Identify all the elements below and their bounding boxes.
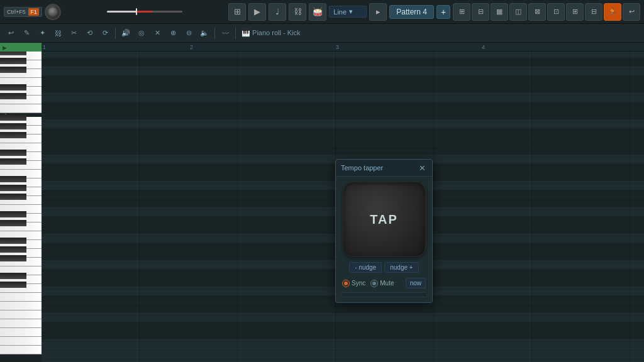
mute-label: Mute — [380, 280, 394, 287]
tool-link[interactable]: ⛓ — [51, 26, 65, 40]
mute-option[interactable]: Mute — [370, 280, 394, 287]
progress-bar — [341, 292, 427, 297]
grid-row-dark-7 — [42, 137, 644, 146]
tap-button[interactable]: TAP — [343, 182, 426, 257]
dialog-titlebar: Tempo tapper ✕ — [336, 160, 432, 177]
tempo-slider[interactable] — [107, 11, 182, 13]
key-bb5[interactable] — [0, 176, 26, 182]
rt-icon-3[interactable]: ▦ — [491, 3, 508, 21]
link-btn[interactable]: ⛓ — [289, 3, 306, 21]
key-bb6[interactable] — [0, 114, 26, 121]
grid-row-dark-2 — [42, 75, 644, 84]
now-button[interactable]: now — [406, 278, 426, 288]
piano-keys: ▶ C7 ◀ C6 — [0, 43, 42, 362]
rt-icon-1[interactable]: ⊞ — [453, 3, 470, 21]
tool-pencil[interactable]: ✎ — [19, 26, 33, 40]
note-btn[interactable]: ♩ — [269, 3, 286, 21]
piano-roll-icon-btn[interactable]: ⊞ — [228, 3, 246, 21]
rt-icon-2[interactable]: ⊟ — [472, 3, 489, 21]
key-d3[interactable] — [0, 346, 42, 354]
rt-icon-4[interactable]: ◫ — [509, 3, 527, 21]
grid-area: 1 2 3 4 Tempo tapper — [42, 43, 644, 362]
measure-4: 4 — [482, 44, 485, 50]
grid-row-dark-20 — [42, 304, 644, 313]
breadcrumb: 🎹 Piano roll - Kick — [242, 29, 300, 37]
nudge-row: - nudge nudge + — [341, 262, 427, 273]
key-b3[interactable] — [0, 302, 42, 310]
key-gb7[interactable] — [0, 67, 26, 73]
grid-row-dark-6 — [42, 128, 644, 137]
key-db6[interactable] — [0, 158, 26, 165]
key-ab6[interactable] — [0, 123, 26, 129]
tool-pin[interactable]: ✦ — [35, 26, 49, 40]
pattern-button[interactable]: Pattern 4 — [389, 5, 434, 19]
marker-arrow: ▶ — [3, 45, 7, 51]
dialog-close-button[interactable]: ✕ — [417, 163, 427, 173]
drum-btn[interactable]: 🥁 — [309, 3, 326, 21]
tool-circle[interactable]: ◎ — [135, 26, 148, 40]
tool-cut[interactable]: ✂ — [67, 26, 80, 40]
tool-speaker[interactable]: 🔈 — [197, 26, 211, 40]
tool-redo[interactable]: ⟳ — [98, 26, 112, 40]
tool-undo2[interactable]: ⟲ — [82, 26, 96, 40]
small-arrow-btn[interactable]: ▸ — [369, 3, 387, 21]
separator-2 — [214, 28, 215, 39]
tool-cross[interactable]: ✕ — [150, 26, 164, 40]
key-gb4[interactable] — [0, 255, 26, 261]
top-marker: ▶ — [0, 43, 42, 52]
arrow-right-btn[interactable]: ▶ — [248, 3, 266, 21]
rt-icon-last[interactable]: ↩ — [623, 3, 640, 21]
dialog-title: Tempo tapper — [341, 164, 383, 172]
measure-1: 1 — [43, 44, 46, 50]
piano-roll-area: ▶ C7 ◀ C6 — [0, 43, 644, 362]
key-ab7[interactable] — [0, 58, 26, 64]
undo-tool[interactable]: ↩ — [4, 26, 18, 40]
key-eb5[interactable] — [0, 211, 26, 217]
grid-row-dark-22 — [42, 331, 644, 339]
separator-3 — [235, 28, 236, 39]
rt-icon-active[interactable]: 🏃 — [604, 3, 621, 21]
key-g3[interactable] — [0, 319, 42, 328]
rt-icon-6[interactable]: ⊡ — [547, 3, 565, 21]
key-f3[interactable] — [0, 328, 42, 337]
sync-option[interactable]: Sync — [342, 280, 365, 287]
sync-label: Sync — [352, 280, 365, 287]
key-c4[interactable] — [0, 293, 42, 302]
nudge-minus-button[interactable]: - nudge — [349, 262, 382, 273]
key-ab4[interactable] — [0, 246, 26, 253]
key-e3[interactable] — [0, 337, 42, 346]
tool-wave[interactable]: 〰 — [218, 26, 232, 40]
mute-radio[interactable] — [370, 280, 378, 287]
grid-row-dark-3 — [42, 84, 644, 93]
key-ab5[interactable] — [0, 185, 26, 191]
options-row: Sync Mute now — [341, 278, 427, 288]
key-eb7[interactable] — [0, 84, 26, 90]
grid-row-dark-4 — [42, 102, 644, 111]
key-a3[interactable] — [0, 310, 42, 319]
rt-icon-7[interactable]: ⊞ — [566, 3, 584, 21]
power-button[interactable] — [45, 4, 61, 20]
rt-icon-5[interactable]: ⊠ — [528, 3, 546, 21]
measure-2: 2 — [190, 44, 193, 50]
nudge-plus-button[interactable]: nudge + — [384, 262, 418, 273]
line-dropdown[interactable]: Line ▾ — [329, 6, 367, 18]
right-toolbar-icons: ⊞ ⊟ ▦ ◫ ⊠ ⊡ ⊞ ⊟ 🏃 ↩ — [453, 3, 640, 21]
sync-radio[interactable] — [342, 280, 350, 287]
key-db4[interactable] — [0, 282, 26, 288]
key-eb6[interactable] — [0, 150, 26, 156]
key-bb4[interactable] — [0, 238, 26, 244]
key-eb4[interactable] — [0, 273, 26, 279]
tool-zoom[interactable]: ⊕ — [166, 26, 180, 40]
key-db7[interactable] — [0, 93, 26, 99]
tool-zoom-out[interactable]: ⊖ — [182, 26, 196, 40]
grid-row-dark-1 — [42, 58, 644, 67]
add-pattern-button[interactable]: + — [436, 5, 450, 19]
rt-icon-8[interactable]: ⊟ — [585, 3, 602, 21]
tool-mute[interactable]: 🔊 — [119, 26, 133, 40]
key-db5[interactable] — [0, 220, 26, 226]
key-gb5[interactable] — [0, 194, 26, 200]
tempo-slider-area — [64, 11, 226, 13]
key-gb6[interactable] — [0, 132, 26, 138]
tap-label: TAP — [370, 212, 398, 227]
separator-1 — [115, 28, 116, 39]
